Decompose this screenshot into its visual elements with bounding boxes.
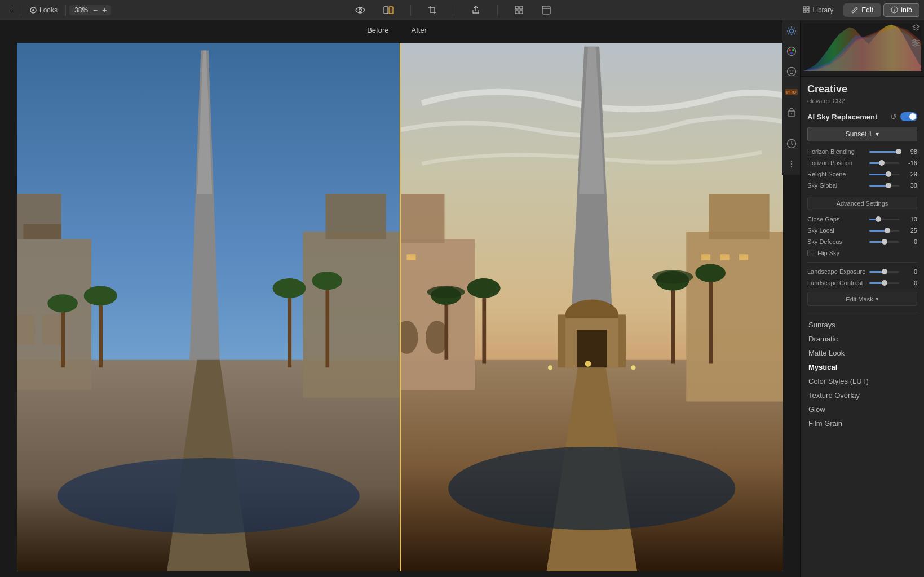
menu-item[interactable]: Matte Look <box>807 346 917 360</box>
slider-row: Horizon Blending98 <box>807 148 917 155</box>
histogram-icons <box>911 23 921 48</box>
zoom-in-button[interactable]: + <box>101 6 108 14</box>
svg-rect-59 <box>709 194 769 239</box>
slider-value: -16 <box>903 159 917 166</box>
svg-point-74 <box>585 361 591 367</box>
menu-item[interactable]: Dramatic <box>807 332 917 346</box>
svg-point-45 <box>448 447 735 530</box>
pro-label: PRO <box>785 89 798 95</box>
slider-label: Landscape Contrast <box>807 279 869 286</box>
zoom-out-button[interactable]: − <box>92 6 99 14</box>
svg-rect-60 <box>701 254 710 260</box>
svg-point-37 <box>273 278 306 298</box>
menu-item[interactable]: Glow <box>807 402 917 416</box>
svg-point-97 <box>792 70 793 72</box>
slider-thumb[interactable] <box>886 183 891 188</box>
slider-track[interactable] <box>869 185 899 187</box>
svg-rect-35 <box>325 194 386 239</box>
menu-item[interactable]: Mystical <box>807 360 917 374</box>
slider-track[interactable] <box>869 271 899 273</box>
svg-rect-53 <box>444 300 448 360</box>
slider-value: 0 <box>903 279 917 286</box>
split-divider[interactable] <box>400 43 401 571</box>
tone-icon[interactable] <box>785 25 798 37</box>
window-button[interactable] <box>537 3 555 17</box>
menu-item[interactable]: Film Grain <box>807 416 917 430</box>
more-options-icon[interactable] <box>785 158 798 170</box>
crop-button[interactable] <box>423 3 441 17</box>
landscape-sliders: Landscape Exposure0Landscape Contrast0 <box>807 268 917 286</box>
reset-sky-button[interactable]: ↺ <box>890 113 897 121</box>
grid-button[interactable] <box>510 3 528 17</box>
info-tab[interactable]: i Info <box>883 3 919 17</box>
history-icon[interactable] <box>785 137 798 150</box>
layers-icon[interactable] <box>911 23 921 33</box>
slider-track[interactable] <box>869 162 899 164</box>
share-icon <box>471 6 480 15</box>
menu-item[interactable]: Texture Overlay <box>807 388 917 402</box>
slider-thumb[interactable] <box>885 228 890 233</box>
sky-replacement-title: AI Sky Replacement <box>807 113 877 121</box>
slider-label: Horizon Blending <box>807 148 869 155</box>
edit-tab[interactable]: Edit <box>843 3 881 17</box>
sliders-icon[interactable] <box>911 38 921 48</box>
svg-point-29 <box>84 286 117 305</box>
window-icon <box>542 6 551 15</box>
share-button[interactable] <box>467 3 485 17</box>
slider-thumb[interactable] <box>879 160 885 166</box>
slider-track[interactable] <box>869 230 899 232</box>
slider-thumb[interactable] <box>876 216 881 222</box>
divider <box>65 5 66 16</box>
face-icon[interactable] <box>785 65 798 78</box>
slider-thumb[interactable] <box>882 280 887 286</box>
slider-thumb[interactable] <box>882 239 887 245</box>
svg-point-96 <box>789 70 790 72</box>
svg-point-67 <box>695 264 726 282</box>
pro-badge-button[interactable]: PRO <box>785 86 798 98</box>
svg-point-81 <box>914 44 916 46</box>
preview-button[interactable] <box>351 5 370 16</box>
slider-row: Landscape Contrast0 <box>807 279 917 286</box>
slider-track[interactable] <box>869 151 899 153</box>
add-button[interactable]: + <box>5 4 17 16</box>
svg-rect-61 <box>720 254 729 260</box>
zoom-value: 38% <box>73 6 90 14</box>
color-icon[interactable] <box>785 45 798 57</box>
slider-track[interactable] <box>869 219 899 220</box>
slider-thumb[interactable] <box>886 171 891 177</box>
after-svg <box>400 43 784 571</box>
library-tab[interactable]: Library <box>795 3 842 17</box>
sky-toggle-button[interactable] <box>900 112 917 121</box>
grid-icon <box>515 6 524 15</box>
histogram-area <box>801 20 924 77</box>
eye-icon <box>355 7 365 14</box>
slider-track[interactable] <box>869 174 899 175</box>
svg-point-79 <box>913 39 916 42</box>
slider-thumb[interactable] <box>896 149 901 154</box>
right-panel: Creative elevated.CR2 AI Sky Replacement… <box>800 20 924 577</box>
menu-item[interactable]: Sunrays <box>807 318 917 332</box>
slider-track[interactable] <box>869 282 899 284</box>
svg-point-73 <box>631 365 635 370</box>
slider-thumb[interactable] <box>882 269 887 274</box>
advanced-settings-button[interactable]: Advanced Settings <box>807 197 917 210</box>
flip-sky-checkbox[interactable] <box>807 250 814 256</box>
image-area[interactable]: Before After <box>0 20 800 577</box>
split-view-button[interactable] <box>379 4 398 16</box>
slider-track[interactable] <box>869 241 899 243</box>
looks-icon <box>29 6 37 14</box>
menu-item[interactable]: Color Styles (LUT) <box>807 374 917 388</box>
sky-preset-dropdown[interactable]: Sunset 1 ▾ <box>807 127 917 141</box>
side-icon-strip: PRO <box>782 20 800 175</box>
svg-rect-9 <box>542 6 550 14</box>
info-icon: i <box>891 6 898 14</box>
tools-icon[interactable] <box>785 106 798 118</box>
svg-rect-47 <box>400 194 444 243</box>
edit-mask-button[interactable]: Edit Mask ▾ <box>807 292 917 306</box>
svg-point-101 <box>790 161 792 162</box>
toolbar: + Looks 38% − + <box>0 0 924 20</box>
svg-point-102 <box>790 163 792 165</box>
main-sliders: Horizon Blending98Horizon Position-16Rel… <box>807 148 917 189</box>
looks-button[interactable]: Looks <box>25 4 62 16</box>
zoom-control: 38% − + <box>69 5 111 15</box>
